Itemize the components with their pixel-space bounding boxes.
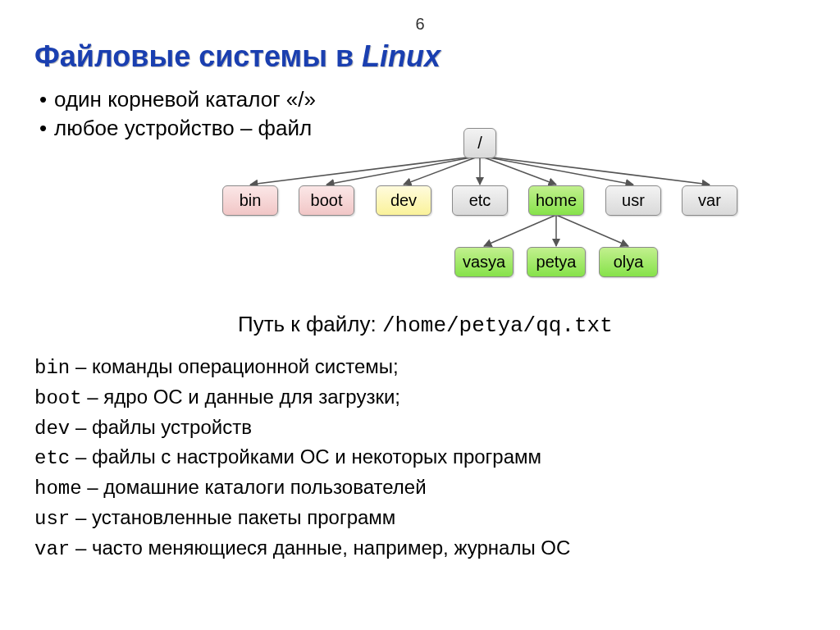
def-desc: ядро ОС и данные для загрузки; [103, 386, 400, 408]
node-var: var [682, 185, 737, 216]
path-value: /home/petya/qq.txt [382, 313, 613, 338]
svg-line-9 [556, 215, 628, 246]
def-row: usr – установленные пакеты программ [34, 504, 570, 534]
bullet-item: •любое устройство – файл [39, 114, 316, 143]
def-sep: – [70, 416, 92, 438]
node-olya: olya [599, 247, 658, 277]
path-label: Путь к файлу: [238, 312, 382, 336]
svg-line-0 [250, 156, 480, 185]
path-line: Путь к файлу: /home/petya/qq.txt [238, 312, 613, 338]
node-home: home [528, 185, 584, 216]
node-petya: petya [527, 247, 586, 277]
bullet-text: любое устройство – файл [54, 116, 312, 140]
bullet-list: •один корневой каталог «/» •любое устрой… [39, 85, 316, 143]
bullet-item: •один корневой каталог «/» [39, 85, 316, 114]
def-row: bin – команды операционной системы; [34, 353, 570, 383]
def-row: boot – ядро ОС и данные для загрузки; [34, 383, 570, 413]
svg-line-6 [480, 156, 710, 185]
def-term: etc [34, 447, 70, 469]
definitions: bin – команды операционной системы; boot… [34, 353, 570, 564]
node-usr: usr [605, 185, 661, 216]
def-desc: файлы устройств [92, 416, 252, 438]
def-term: boot [34, 387, 82, 409]
page-number: 6 [0, 15, 840, 34]
slide-title: Файловые системы в Linux [34, 39, 441, 74]
def-desc: домашние каталоги пользователей [103, 476, 426, 498]
node-etc: etc [452, 185, 508, 216]
svg-line-2 [404, 156, 480, 185]
def-desc: часто меняющиеся данные, например, журна… [92, 536, 570, 559]
def-desc: файлы с настройками ОС и некоторых прогр… [92, 445, 541, 468]
def-row: dev – файлы устройств [34, 413, 570, 444]
def-sep: – [82, 386, 104, 408]
bullet-text: один корневой каталог «/» [54, 87, 316, 112]
def-term: dev [34, 418, 70, 440]
def-row: var – часто меняющиеся данные, например,… [34, 534, 570, 564]
def-sep: – [70, 355, 92, 377]
title-italic: Linux [362, 39, 441, 73]
def-sep: – [70, 445, 92, 468]
title-prefix: Файловые системы в [34, 39, 362, 73]
def-sep: – [70, 506, 92, 528]
def-desc: установленные пакеты программ [92, 506, 395, 528]
svg-line-7 [484, 215, 556, 246]
def-term: var [34, 538, 70, 560]
node-root: / [463, 128, 496, 158]
node-dev: dev [376, 185, 431, 216]
def-desc: команды операционной системы; [92, 355, 399, 377]
def-row: home – домашние каталоги пользователей [34, 473, 570, 504]
node-boot: boot [299, 185, 354, 216]
def-term: bin [34, 357, 70, 379]
def-sep: – [82, 476, 104, 498]
node-bin: bin [222, 185, 278, 216]
def-sep: – [70, 536, 92, 559]
svg-line-5 [480, 156, 633, 185]
svg-line-4 [480, 156, 556, 185]
def-row: etc – файлы с настройками ОС и некоторых… [34, 443, 570, 473]
def-term: home [34, 477, 82, 500]
def-term: usr [34, 508, 70, 530]
node-vasya: vasya [454, 247, 514, 277]
svg-line-1 [326, 156, 480, 185]
